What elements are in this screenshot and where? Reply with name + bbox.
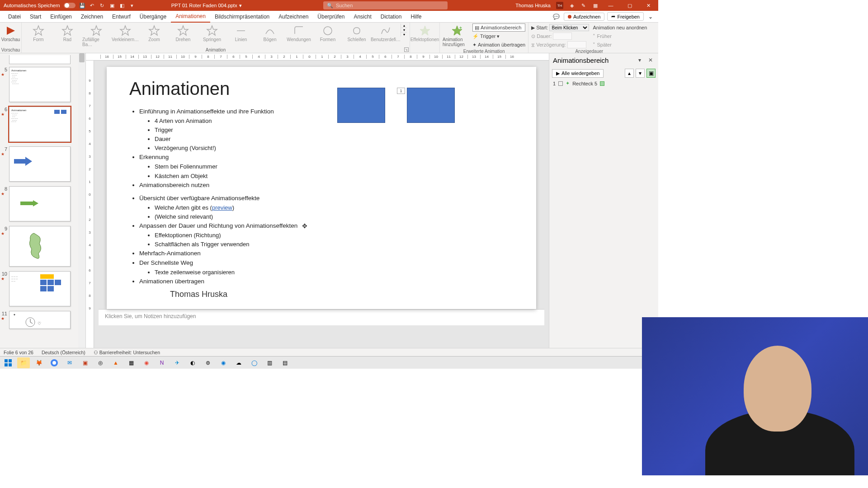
close-button[interactable]: ✕ [642, 0, 656, 11]
app-icon-5[interactable]: ⊚ [202, 357, 214, 368]
app-icon-2[interactable]: ▦ [125, 357, 137, 368]
effect-zoom[interactable]: Zoom [140, 23, 168, 42]
slide-thumb-5[interactable]: 5★ Animationen— — — — — — — — —— — — — —… [1, 67, 77, 102]
animation-pane-button[interactable]: ▤Animationsbereich [472, 23, 525, 32]
effect-drehen[interactable]: Drehen [169, 23, 197, 42]
tab-ueberpruefen[interactable]: Überprüfen [313, 11, 349, 23]
app-icon[interactable]: ◎ [94, 357, 107, 368]
effect-form[interactable]: Form [24, 23, 52, 42]
tab-hilfe[interactable]: Hilfe [406, 11, 426, 23]
pane-options-icon[interactable]: ▾ [636, 56, 644, 64]
touch-icon[interactable]: ◧ [119, 2, 125, 9]
from-beginning-icon[interactable]: ▣ [109, 2, 115, 9]
start-select[interactable]: Beim Klicken [549, 24, 589, 31]
autosave-toggle[interactable] [64, 3, 75, 8]
move-down-button[interactable]: ▾ [636, 69, 645, 78]
move-later-button[interactable]: ˅Später [593, 41, 647, 49]
effect-options-button[interactable]: Effektoptionen [411, 23, 439, 42]
minimize-button[interactable]: — [604, 0, 618, 11]
tab-uebergaenge[interactable]: Übergänge [135, 11, 171, 23]
effect-formen[interactable]: Formen [314, 23, 342, 42]
app-icon-4[interactable]: ◐ [186, 357, 199, 368]
preview-link[interactable]: preview [212, 204, 232, 211]
slide-author[interactable]: Thomas Hruska [170, 290, 227, 299]
play-all-button[interactable]: ▶Alle wiedergeben [552, 69, 604, 78]
filename[interactable]: PPT 01 Roter Faden 004.pptx ▾ [171, 3, 242, 9]
outlook-icon[interactable]: ✉ [63, 357, 76, 368]
effect-springen[interactable]: Springen [198, 23, 226, 42]
slide-thumb-8[interactable]: 8★ [1, 186, 77, 221]
app-icon-3[interactable]: ◉ [140, 357, 153, 368]
move-up-button[interactable]: ▴ [625, 69, 634, 78]
move-earlier-button[interactable]: ˄Früher [593, 32, 647, 40]
slide-thumb-9[interactable]: 9★ [1, 226, 77, 267]
animation-tag[interactable]: 1 [397, 88, 405, 94]
share-button[interactable]: ➦Freigeben [607, 12, 644, 21]
onenote-icon[interactable]: N [156, 357, 168, 368]
slide-title[interactable]: Animationen [129, 79, 514, 99]
effect-wendungen[interactable]: Wendungen [285, 23, 313, 42]
search-input[interactable] [336, 3, 444, 8]
notes-pane[interactable]: Klicken Sie, um Notizen hinzuzufügen [99, 309, 544, 325]
tab-animationen[interactable]: Animationen [171, 11, 210, 23]
save-icon[interactable]: 💾 [79, 2, 85, 9]
chrome-icon[interactable] [48, 357, 61, 368]
record-button[interactable]: Aufzeichnen [564, 13, 605, 21]
app-icon-8[interactable]: ▥ [263, 357, 276, 368]
effect-schleifen[interactable]: Schleifen [343, 23, 371, 42]
tab-einfuegen[interactable]: Einfügen [46, 11, 76, 23]
delay-input[interactable] [567, 41, 586, 48]
coming-soon-icon[interactable]: ◈ [569, 2, 575, 9]
search-box[interactable]: 🔍 [323, 1, 448, 9]
trigger-button[interactable]: ⚡Trigger ▾ [472, 32, 525, 40]
app-icon-9[interactable]: ▤ [278, 357, 291, 368]
user-avatar[interactable]: TH [556, 2, 563, 9]
animation-gallery[interactable]: Form Rad Zufällige Ba… Verkleinern… Zoom… [24, 23, 407, 47]
telegram-icon[interactable]: ✈ [171, 357, 184, 368]
rectangle-shape-2[interactable] [407, 88, 455, 123]
slide-body[interactable]: Einführung in Animationseffekte und ihre… [129, 107, 514, 286]
slide-thumb-partial[interactable] [9, 55, 71, 64]
timeline-button[interactable]: ▣ [646, 69, 656, 78]
slide-counter[interactable]: Folie 6 von 26 [4, 350, 33, 355]
tab-ansicht[interactable]: Ansicht [349, 11, 376, 23]
undo-icon[interactable]: ↶ [89, 2, 95, 9]
tab-start[interactable]: Start [25, 11, 46, 23]
tab-datei[interactable]: Datei [4, 11, 25, 23]
redo-icon[interactable]: ↻ [99, 2, 105, 9]
effect-benutzerdef[interactable]: Benutzerdefi… [372, 23, 400, 42]
app-icon-6[interactable]: ◉ [217, 357, 230, 368]
animation-dialog-launcher[interactable]: ↘ [404, 47, 409, 52]
ribbon-options-icon[interactable]: ⌄ [646, 14, 655, 20]
slide-thumb-10[interactable]: 10★ — — —— — —— — [1, 271, 77, 306]
animation-item[interactable]: 1 ✦ Rechteck 5 [549, 80, 658, 87]
add-animation-button[interactable]: + Animation hinzufügen [443, 23, 472, 47]
effect-boegen[interactable]: Bögen [256, 23, 284, 42]
effect-verkleinern[interactable]: Verkleinern… [111, 23, 139, 42]
qat-more-icon[interactable]: ▾ [129, 2, 135, 9]
maximize-button[interactable]: ▢ [623, 0, 637, 11]
comments-icon[interactable]: 💬 [552, 14, 561, 20]
powerpoint-icon[interactable]: ▣ [79, 357, 91, 368]
tab-zeichnen[interactable]: Zeichnen [76, 11, 108, 23]
tab-aufzeichnen[interactable]: Aufzeichnen [274, 11, 313, 23]
slide-thumb-11[interactable]: 11★ ✦♡ [1, 311, 77, 329]
accessibility-status[interactable]: ⚇ Barrierefreiheit: Untersuchen [94, 350, 160, 355]
effect-zufaellig[interactable]: Zufällige Ba… [82, 23, 110, 47]
slide-thumb-6[interactable]: 6★ Animationen— — — — — — — — —— — — — —… [1, 107, 77, 142]
language-status[interactable]: Deutsch (Österreich) [42, 350, 85, 355]
file-explorer-icon[interactable]: 📁 [17, 357, 30, 368]
rectangle-shape-1[interactable] [337, 88, 385, 123]
edge-icon[interactable]: ◯ [248, 357, 260, 368]
effect-linien[interactable]: Linien [227, 23, 255, 42]
user-name[interactable]: Thomas Hruska [515, 3, 551, 8]
draw-icon[interactable]: ✎ [580, 2, 587, 9]
duration-input[interactable] [553, 33, 572, 40]
gallery-scroll[interactable]: ▴ ▾ ▾ [401, 23, 407, 37]
firefox-icon[interactable]: 🦊 [33, 357, 45, 368]
vlc-icon[interactable]: ▲ [109, 357, 122, 368]
slide-canvas[interactable]: Animationen Einführung in Animationseffe… [107, 67, 536, 309]
tab-entwurf[interactable]: Entwurf [108, 11, 135, 23]
animation-painter-button[interactable]: ✦Animation übertragen [472, 41, 525, 49]
start-button[interactable] [2, 357, 14, 368]
